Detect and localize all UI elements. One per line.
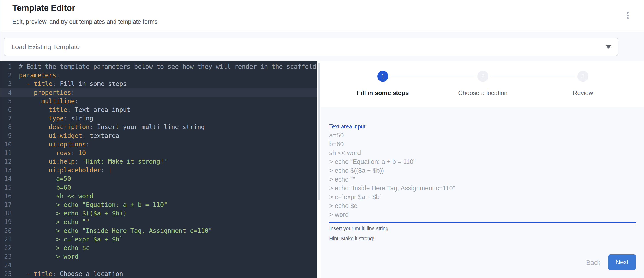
template-selector-row: Load Existing Template <box>0 32 644 61</box>
line-number: 25 <box>0 270 12 278</box>
wizard-stepper: 1Fill in some steps2Choose a location3Re… <box>321 61 644 107</box>
code-line[interactable]: 14 a=50 <box>0 174 317 183</box>
step-circle-3[interactable]: 3 <box>578 71 588 82</box>
code-line[interactable]: 16 sh << word <box>0 192 317 201</box>
line-content: > echo "Inside Here Tag, Assignment c=11… <box>12 227 212 235</box>
line-content: multiline: <box>12 97 78 105</box>
line-number: 23 <box>0 252 12 261</box>
step-label-1: Fill in some steps <box>345 89 420 96</box>
line-content: - title: Choose a location <box>12 270 123 278</box>
code-line[interactable]: 12 ui:help: 'Hint: Make it strong!' <box>0 157 317 166</box>
code-line[interactable]: 22 > echo $c <box>0 244 317 252</box>
editor-scrollbar-thumb[interactable] <box>318 62 320 200</box>
line-number: 5 <box>0 97 12 105</box>
line-content: # Edit the template parameters below to … <box>12 62 316 71</box>
line-content: b=60 <box>12 183 71 192</box>
stepper-connector-1 <box>391 76 475 76</box>
code-lines: 1# Edit the template parameters below to… <box>0 62 317 278</box>
line-number: 1 <box>0 62 12 71</box>
stepper-connector-2 <box>491 76 575 76</box>
code-line[interactable]: 6 title: Text area input <box>0 105 317 114</box>
line-content: parameters: <box>12 71 60 79</box>
line-number: 17 <box>0 201 12 209</box>
load-template-placeholder: Load Existing Template <box>12 38 80 55</box>
code-line[interactable]: 11 rows: 10 <box>0 149 317 157</box>
line-content: > c=`expr $a + $b` <box>12 235 123 244</box>
line-number: 6 <box>0 105 12 114</box>
code-line[interactable]: 24 <box>0 261 317 270</box>
line-number: 2 <box>0 71 12 79</box>
line-content: sh << word <box>12 192 93 201</box>
line-number: 12 <box>0 157 12 166</box>
line-number: 20 <box>0 227 12 235</box>
line-content: a=50 <box>12 174 71 183</box>
code-line[interactable]: 4 properties: <box>0 88 317 97</box>
multiline-textarea[interactable]: a=50 b=60 sh << word > echo "Equation: a… <box>329 131 636 219</box>
code-line[interactable]: 23 > word <box>0 252 317 261</box>
line-number: 10 <box>0 140 12 149</box>
back-button[interactable]: Back <box>580 255 606 270</box>
line-content: ui:options: <box>12 140 90 149</box>
code-line[interactable]: 10 ui:options: <box>0 140 317 149</box>
line-content: > echo $c <box>12 244 90 252</box>
code-line[interactable]: 19 > echo "" <box>0 218 317 226</box>
code-line[interactable]: 7 type: string <box>0 114 317 123</box>
line-number: 19 <box>0 218 12 226</box>
page-header: Template Editor Edit, preview, and try o… <box>0 0 644 32</box>
step-circle-2[interactable]: 2 <box>478 71 488 82</box>
code-line[interactable]: 13 ui:placeholder: | <box>0 166 317 174</box>
caret-down-icon[interactable] <box>606 45 612 49</box>
line-number: 8 <box>0 123 12 131</box>
line-number: 18 <box>0 209 12 218</box>
line-number: 15 <box>0 183 12 192</box>
line-content: properties: <box>12 88 75 97</box>
step-label-2: Choose a location <box>446 89 520 96</box>
page-title: Template Editor <box>12 3 75 13</box>
line-number: 7 <box>0 114 12 123</box>
code-line[interactable]: 2parameters: <box>0 71 317 79</box>
line-content: - title: Fill in some steps <box>12 79 127 88</box>
step-form: Text area input a=50 b=60 sh << word > e… <box>321 107 644 278</box>
line-number: 21 <box>0 235 12 244</box>
step-label-3: Review <box>546 89 620 96</box>
code-line[interactable]: 20 > echo "Inside Here Tag, Assignment c… <box>0 227 317 235</box>
line-number: 9 <box>0 132 12 140</box>
line-content <box>12 261 19 270</box>
load-template-select[interactable]: Load Existing Template <box>4 38 618 56</box>
line-number: 24 <box>0 261 12 270</box>
textarea-focus-underline <box>329 222 636 223</box>
code-line[interactable]: 17 > echo "Equation: a + b = 110" <box>0 201 317 209</box>
line-content: rows: 10 <box>12 149 86 157</box>
line-content: description: Insert your multi line stri… <box>12 123 205 131</box>
line-content: > echo "Equation: a + b = 110" <box>12 201 168 209</box>
code-line[interactable]: 25 - title: Choose a location <box>0 270 317 278</box>
code-line[interactable]: 8 description: Insert your multi line st… <box>0 123 317 131</box>
code-line[interactable]: 21 > c=`expr $a + $b` <box>0 235 317 244</box>
code-line[interactable]: 18 > echo $(($a + $b)) <box>0 209 317 218</box>
field-help-text: Hint: Make it strong! <box>329 236 374 242</box>
line-content: ui:widget: textarea <box>12 132 119 140</box>
step-circle-1[interactable]: 1 <box>377 71 388 82</box>
field-description: Insert your multi line string <box>329 226 388 232</box>
line-content: type: string <box>12 114 93 123</box>
page-subtitle: Edit, preview, and try out templates and… <box>12 18 158 25</box>
code-line[interactable]: 5 multiline: <box>0 97 317 105</box>
editor-scrollbar[interactable] <box>317 61 321 278</box>
yaml-code-editor[interactable]: 1# Edit the template parameters below to… <box>0 61 317 278</box>
line-number: 3 <box>0 79 12 88</box>
line-number: 11 <box>0 149 12 157</box>
code-line[interactable]: 3 - title: Fill in some steps <box>0 79 317 88</box>
kebab-menu-icon[interactable] <box>624 11 631 21</box>
template-preview-panel: 1Fill in some steps2Choose a location3Re… <box>321 61 644 278</box>
line-number: 22 <box>0 244 12 252</box>
field-label: Text area input <box>329 123 366 130</box>
code-line[interactable]: 15 b=60 <box>0 183 317 192</box>
next-button[interactable]: Next <box>608 255 636 270</box>
line-number: 14 <box>0 174 12 183</box>
code-line[interactable]: 1# Edit the template parameters below to… <box>0 62 317 71</box>
line-content: > echo "" <box>12 218 90 226</box>
line-number: 16 <box>0 192 12 201</box>
line-content: > echo $(($a + $b)) <box>12 209 127 218</box>
code-line[interactable]: 9 ui:widget: textarea <box>0 132 317 140</box>
line-number: 4 <box>0 88 12 97</box>
